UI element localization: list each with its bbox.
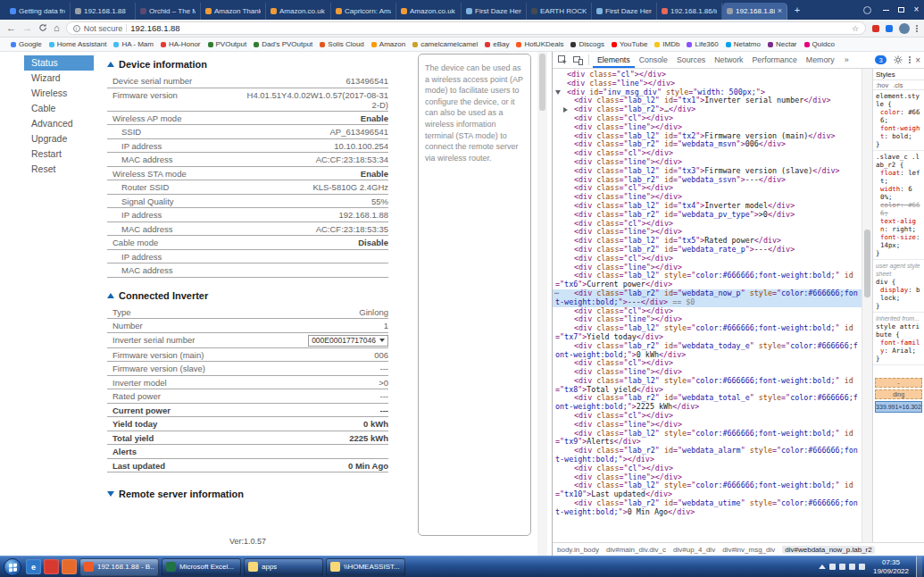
bookmark-item[interactable]: Life360 xyxy=(683,40,721,48)
dom-line[interactable]: <div class="lab_l2" style="color:#666666… xyxy=(553,481,862,499)
dom-line[interactable]: <div class="lab_l2" style="color:#666666… xyxy=(553,430,862,447)
dom-line[interactable]: <div class="lab_r2" id="webdata_utime" s… xyxy=(553,499,862,517)
collapse-arrow-icon[interactable] xyxy=(563,107,568,113)
display-icon[interactable] xyxy=(829,564,836,570)
bookmark-item[interactable]: Solis Cloud xyxy=(316,40,367,48)
bookmark-item[interactable]: Discogs xyxy=(567,40,607,48)
bookmark-item[interactable]: eBay xyxy=(481,40,512,48)
taskbar-window-button[interactable]: apps xyxy=(244,558,323,576)
browser-menu-icon[interactable] xyxy=(916,24,918,33)
sidebar-item-wizard[interactable]: Wizard xyxy=(24,71,94,86)
bookmark-star-icon[interactable]: ☆ xyxy=(852,24,859,33)
devtools-tab-memory[interactable]: Memory xyxy=(802,52,839,68)
breadcrumb-item[interactable]: div#main_div.div_c xyxy=(606,546,666,554)
maximize-button[interactable] xyxy=(894,0,909,20)
css-rule[interactable]: Inherited from...style attribute {font-f… xyxy=(873,313,924,365)
taskbar-window-button[interactable]: Microsoft Excel... xyxy=(162,558,241,576)
breadcrumb-item[interactable]: div#webdata_now_p.lab_r2 xyxy=(782,546,874,554)
connected-inverter-header[interactable]: Connected Inverter xyxy=(107,290,388,301)
browser-tab[interactable]: Getting data fro xyxy=(5,3,71,20)
dom-line[interactable]: <div class="lab_l2" style="color:#666666… xyxy=(553,377,862,395)
show-desktop-button[interactable] xyxy=(916,556,922,577)
minimize-button[interactable] xyxy=(878,0,894,20)
bookmark-item[interactable]: Dad's PVOutput xyxy=(250,40,316,48)
close-button[interactable]: × xyxy=(909,0,924,20)
scrollbar-thumb[interactable] xyxy=(539,54,545,111)
reload-button[interactable] xyxy=(38,23,47,34)
expand-arrow-icon[interactable] xyxy=(555,90,561,95)
settings-button[interactable] xyxy=(891,55,904,64)
browser-tab[interactable]: Orchid – The Mo xyxy=(136,3,201,20)
issues-badge[interactable]: 3 xyxy=(875,55,887,64)
bookmark-item[interactable]: Amazon xyxy=(368,40,409,48)
browser-tab[interactable]: First Daze Here xyxy=(592,3,657,20)
bookmark-item[interactable]: Nectar xyxy=(764,40,801,48)
hover-filter-button[interactable]: :hov xyxy=(876,81,888,89)
browser-tab[interactable]: 192.168.1.88 xyxy=(71,3,136,20)
browser-tab[interactable]: 192.168.1.86/ind xyxy=(657,3,722,20)
sidebar-item-wireless[interactable]: Wireless xyxy=(24,86,94,101)
devtools-close-button[interactable]: × xyxy=(915,55,920,65)
bookmark-item[interactable]: IMDb xyxy=(651,40,683,48)
dom-line[interactable]: <div class="lab_l2" style="color:#666666… xyxy=(553,272,862,289)
site-info-icon[interactable]: i xyxy=(73,25,80,32)
inspect-element-button[interactable] xyxy=(556,55,570,65)
remote-server-header[interactable]: Remote server information xyxy=(107,489,388,499)
device-toolbar-button[interactable] xyxy=(571,55,585,65)
profile-avatar[interactable] xyxy=(899,23,910,34)
bookmark-item[interactable]: HA - Mam xyxy=(110,40,157,48)
class-filter-button[interactable]: .cls xyxy=(893,81,903,89)
bookmark-item[interactable]: Quidco xyxy=(801,40,838,48)
breadcrumb-item[interactable]: div#inv_msg_div xyxy=(722,546,775,554)
bookmark-item[interactable]: HotUKDeals xyxy=(512,40,567,48)
browser-tab[interactable]: 192.168.1.88× xyxy=(722,3,787,20)
dom-line[interactable]: <div class="lab_l2" style="color:#666666… xyxy=(553,324,862,342)
hidden-icons-icon[interactable] xyxy=(819,564,826,569)
sidebar-item-cable[interactable]: Cable xyxy=(24,101,94,116)
pinned-app-orange-icon[interactable] xyxy=(62,559,77,574)
start-button[interactable] xyxy=(4,558,21,576)
sidebar-item-reset[interactable]: Reset xyxy=(24,162,94,177)
bookmark-item[interactable]: camelcamelcamel xyxy=(409,40,481,48)
pinned-app-red-icon[interactable] xyxy=(44,559,59,574)
inverter-serial-select[interactable]: 000E00017717046 xyxy=(308,335,388,347)
pinned-app-blue-icon[interactable]: e xyxy=(26,559,41,574)
css-rule[interactable]: .slave_c .lab_r2 {float: left;width: 60%… xyxy=(873,151,924,260)
tab-close-icon[interactable]: × xyxy=(778,7,782,15)
taskbar-window-button[interactable]: \\HOMEASSIST... xyxy=(326,558,405,576)
new-tab-button[interactable]: + xyxy=(790,4,804,18)
device-information-header[interactable]: Device information xyxy=(107,59,388,70)
page-scrollbar[interactable] xyxy=(537,52,547,556)
home-button[interactable]: ⌂ xyxy=(54,23,60,33)
more-tabs-button[interactable]: » xyxy=(841,55,853,64)
styles-tab[interactable]: Styles xyxy=(873,69,924,80)
bookmark-item[interactable]: YouTube xyxy=(608,40,651,48)
bookmark-item[interactable]: Netatmo xyxy=(722,40,764,48)
sidebar-item-restart[interactable]: Restart xyxy=(24,146,94,162)
sidebar-item-advanced[interactable]: Advanced xyxy=(24,116,94,131)
browser-tab[interactable]: Capricorn: Amaz xyxy=(331,3,396,20)
bookmark-item[interactable]: Google xyxy=(7,40,46,48)
devtools-tab-network[interactable]: Network xyxy=(710,52,747,68)
back-button[interactable]: ← xyxy=(6,23,16,33)
extension-icon[interactable] xyxy=(886,25,893,32)
forward-button[interactable]: → xyxy=(22,23,32,33)
taskbar-clock[interactable]: 07:35 19/09/2022 xyxy=(871,558,913,576)
devtools-tab-sources[interactable]: Sources xyxy=(672,52,710,68)
address-bar[interactable]: i Not secure 192.168.1.88 ☆ xyxy=(66,21,866,35)
devtools-tab-elements[interactable]: Elements xyxy=(593,52,635,68)
bookmark-item[interactable]: Home Assistant xyxy=(46,40,111,48)
css-rule[interactable]: user agent stylesheetdiv {display: block… xyxy=(873,260,924,313)
extension-icon[interactable] xyxy=(872,25,879,32)
sidebar-item-upgrade[interactable]: Upgrade xyxy=(24,131,94,146)
devtools-scrollbar[interactable] xyxy=(862,69,872,542)
network-icon[interactable] xyxy=(839,564,845,570)
sidebar-item-status[interactable]: Status xyxy=(24,55,94,71)
devtools-menu-icon[interactable] xyxy=(909,55,911,64)
devtools-tab-console[interactable]: Console xyxy=(635,52,672,68)
breadcrumb-item[interactable]: body.in_body xyxy=(557,546,599,554)
dom-line[interactable]: <div class="lab_r2" id="webdata_total_e"… xyxy=(553,394,862,412)
scrollbar-thumb[interactable] xyxy=(864,230,870,297)
browser-tab[interactable]: Amazon.co.uk : xyxy=(396,3,462,20)
bookmark-item[interactable]: HA-Honor xyxy=(157,40,204,48)
